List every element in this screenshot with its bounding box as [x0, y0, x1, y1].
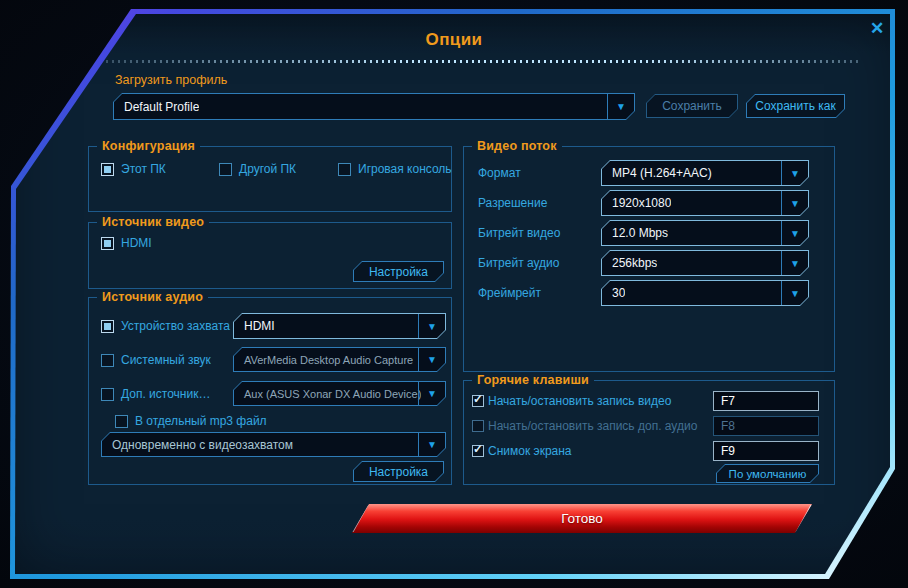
chevron-down-icon[interactable]: ▼	[781, 221, 808, 245]
video-bitrate-label: Битрейт видео	[478, 226, 560, 240]
check-icon: ✓	[473, 442, 483, 456]
resolution-label: Разрешение	[478, 196, 547, 210]
combo-resolution[interactable]: 1920x1080 ▼	[601, 190, 809, 216]
profile-select[interactable]: Default Profile ▼	[113, 93, 635, 120]
group-title: Видео поток	[472, 139, 562, 153]
close-icon[interactable]: ✕	[866, 17, 888, 39]
checkbox-box: ✓	[472, 420, 484, 432]
defaults-button[interactable]: По умолчанию	[716, 464, 819, 483]
combo-value: Одновременно с видеозахватом	[102, 438, 293, 452]
checkbox-label: Игровая консоль	[358, 162, 452, 176]
chevron-down-icon[interactable]: ▼	[781, 161, 808, 185]
combo-extra-source[interactable]: Aux (ASUS Xonar DX Audio Device) ▼	[233, 381, 446, 406]
framerate-label: Фреймрейт	[478, 286, 541, 300]
chevron-down-icon[interactable]: ▼	[781, 191, 808, 215]
done-button[interactable]: Готово	[352, 504, 812, 533]
checkbox-capture-device[interactable]: Устройство захвата	[101, 319, 230, 333]
group-title: Горячие клавиши	[472, 373, 594, 387]
page-title: Опции	[0, 30, 908, 50]
checkbox-record-video-hotkey[interactable]: ✓ Начать/остановить запись видео	[472, 394, 671, 408]
checkbox-box	[101, 388, 114, 401]
checkbox-screenshot-hotkey[interactable]: ✓ Снимок экрана	[472, 444, 572, 458]
checkbox-box: ✓	[472, 395, 484, 407]
checkbox-extra-source[interactable]: Доп. источник…	[101, 387, 210, 401]
checkbox-label: Другой ПК	[239, 162, 296, 176]
checkbox-label: Начать/остановить запись доп. аудио	[488, 419, 697, 433]
save-as-button[interactable]: Сохранить как	[746, 94, 845, 118]
group-title: Источник аудио	[97, 290, 208, 304]
audio-source-group: Источник аудио Устройство захвата HDMI ▼…	[88, 297, 452, 485]
chevron-down-icon[interactable]: ▼	[418, 348, 445, 371]
group-title: Источник видео	[97, 215, 209, 229]
checkbox-box	[101, 163, 114, 176]
combo-format[interactable]: MP4 (H.264+AAC) ▼	[601, 160, 809, 186]
combo-capture-device[interactable]: HDMI ▼	[233, 313, 446, 339]
check-icon: ✓	[473, 392, 483, 406]
checkbox-game-console[interactable]: Игровая консоль	[338, 162, 452, 176]
checkbox-label: Снимок экрана	[488, 444, 572, 458]
video-source-group: Источник видео HDMI Настройка	[88, 222, 452, 289]
combo-value: Aux (ASUS Xonar DX Audio Device)	[234, 388, 421, 400]
video-source-settings-button[interactable]: Настройка	[353, 261, 444, 282]
dotted-divider	[106, 60, 858, 63]
combo-video-bitrate[interactable]: 12.0 Mbps ▼	[601, 220, 809, 246]
hotkey-field-record-extra-audio[interactable]: F8	[713, 416, 819, 436]
video-stream-group: Видео поток Формат MP4 (H.264+AAC) ▼ Раз…	[463, 146, 835, 372]
chevron-down-icon[interactable]: ▼	[418, 382, 445, 405]
chevron-down-icon[interactable]: ▼	[418, 433, 445, 456]
checkbox-label: Системный звук	[121, 353, 211, 367]
checkbox-system-sound[interactable]: Системный звук	[101, 353, 211, 367]
chevron-down-icon[interactable]: ▼	[781, 251, 808, 275]
hotkey-field-screenshot[interactable]: F9	[713, 441, 819, 461]
checkbox-box	[101, 354, 114, 367]
chevron-down-icon[interactable]: ▼	[781, 281, 808, 305]
hotkey-field-record-video[interactable]: F7	[713, 391, 819, 411]
chevron-down-icon[interactable]: ▼	[607, 94, 634, 119]
configuration-group: Конфигурация Этот ПК Другой ПК Игровая к…	[88, 146, 452, 212]
combo-value: 256kbps	[602, 256, 657, 270]
profile-value: Default Profile	[114, 100, 199, 114]
options-window: Опции ✕ Загрузить профиль Default Profil…	[0, 0, 908, 588]
combo-audio-bitrate[interactable]: 256kbps ▼	[601, 250, 809, 276]
audio-source-settings-button[interactable]: Настройка	[353, 461, 444, 482]
hotkeys-group: Горячие клавиши ✓ Начать/остановить запи…	[463, 380, 835, 485]
checkbox-separate-mp3[interactable]: В отдельный mp3 файл	[115, 414, 267, 428]
checkbox-other-pc[interactable]: Другой ПК	[219, 162, 296, 176]
format-label: Формат	[478, 166, 521, 180]
done-button-label: Готово	[561, 511, 603, 526]
checkbox-box: ✓	[472, 445, 484, 457]
checkbox-hdmi[interactable]: HDMI	[101, 236, 152, 250]
combo-value: AVerMedia Desktop Audio Capture	[234, 354, 413, 366]
chevron-down-icon[interactable]: ▼	[418, 314, 445, 338]
combo-value: 1920x1080	[602, 196, 671, 210]
group-title: Конфигурация	[97, 139, 200, 153]
combo-system-sound[interactable]: AVerMedia Desktop Audio Capture ▼	[233, 347, 446, 372]
checkbox-box	[101, 237, 114, 250]
combo-framerate[interactable]: 30 ▼	[601, 280, 809, 306]
load-profile-label: Загрузить профиль	[115, 73, 227, 87]
combo-value: HDMI	[234, 319, 275, 333]
checkbox-label: Доп. источник…	[121, 387, 210, 401]
combo-record-mode[interactable]: Одновременно с видеозахватом ▼	[101, 432, 446, 457]
checkbox-box	[338, 163, 351, 176]
combo-value: MP4 (H.264+AAC)	[602, 166, 712, 180]
combo-value: 12.0 Mbps	[602, 226, 668, 240]
save-button[interactable]: Сохранить	[646, 94, 738, 118]
checkbox-label: Начать/остановить запись видео	[488, 394, 671, 408]
checkbox-box	[219, 163, 232, 176]
combo-value: 30	[602, 286, 625, 300]
checkbox-label: HDMI	[121, 236, 152, 250]
checkbox-label: Этот ПК	[121, 162, 166, 176]
checkbox-label: Устройство захвата	[121, 319, 230, 333]
checkbox-box	[101, 320, 114, 333]
checkbox-box	[115, 415, 128, 428]
checkbox-record-extra-audio-hotkey[interactable]: ✓ Начать/остановить запись доп. аудио	[472, 419, 697, 433]
checkbox-label: В отдельный mp3 файл	[135, 414, 267, 428]
audio-bitrate-label: Битрейт аудио	[478, 256, 559, 270]
checkbox-this-pc[interactable]: Этот ПК	[101, 162, 166, 176]
